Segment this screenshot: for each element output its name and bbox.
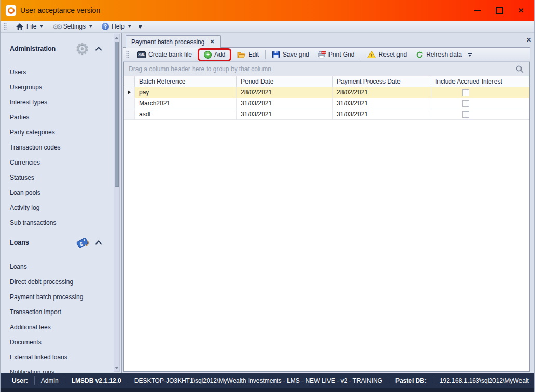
statusbar: User: Admin LMSDB v2.1.12.0 DESKTOP-JO3K…	[1, 373, 534, 388]
sidebar-item-loans[interactable]: Loans	[1, 260, 121, 275]
cell-payment-process-date[interactable]: 28/02/2021	[333, 87, 431, 98]
sidebar-item-payment-batch-processing[interactable]: Payment batch processing	[1, 290, 121, 305]
row-indicator	[124, 98, 135, 109]
statusbar-user-value: Admin	[35, 377, 65, 384]
table-row[interactable]: asdf 31/03/2021 31/03/2021	[124, 109, 529, 120]
grid-header-indicator	[124, 76, 135, 87]
tab-payment-batch-processing[interactable]: Payment batch processing ✕	[126, 35, 221, 48]
cell-batch-reference[interactable]: pay	[135, 87, 237, 98]
row-indicator	[124, 87, 135, 98]
administration-items: Users Usergroups Interest types Parties …	[1, 65, 121, 231]
sidebar-item-currencies[interactable]: Currencies	[1, 155, 121, 170]
chevron-up-icon[interactable]	[95, 240, 102, 245]
menu-file-label: File	[26, 23, 36, 30]
menu-file[interactable]: File	[12, 21, 47, 32]
sidebar-item-interest-types[interactable]: Interest types	[1, 95, 121, 110]
sidebar-section-administration[interactable]: Administration ⚙	[1, 40, 121, 58]
cell-period-date[interactable]: 28/02/2021	[237, 87, 333, 98]
sidebar-item-transaction-codes[interactable]: Transaction codes	[1, 140, 121, 155]
sidebar-scrollbar[interactable]	[114, 34, 120, 372]
edit-label: Edit	[248, 51, 259, 58]
scroll-down-icon[interactable]	[114, 364, 119, 371]
scrollbar-thumb[interactable]	[115, 42, 119, 187]
column-header-payment-process-date[interactable]: Payment Process Date	[333, 76, 431, 87]
save-icon	[272, 50, 280, 59]
svg-text:PDF: PDF	[322, 51, 326, 53]
highlight-annotation: + Add	[198, 48, 231, 61]
sidebar-item-party-categories[interactable]: Party categories	[1, 125, 121, 140]
group-by-panel[interactable]: Drag a column header here to group by th…	[124, 62, 529, 76]
table-row[interactable]: pay 28/02/2021 28/02/2021	[124, 87, 529, 98]
sidebar-item-documents[interactable]: Documents	[1, 335, 121, 350]
statusbar-database: DESKTOP-JO3KHT1\sql2012\MyWealth Investm…	[128, 377, 389, 384]
sidebar-item-notification-runs[interactable]: Notification runs	[1, 365, 121, 373]
chevron-down-icon	[89, 25, 92, 28]
sidebar-item-transaction-import[interactable]: Transaction import	[1, 305, 121, 320]
checkbox-unchecked[interactable]	[462, 89, 469, 96]
cell-batch-reference[interactable]: asdf	[135, 109, 237, 119]
cell-include-accrued-interest	[431, 109, 529, 119]
scroll-up-icon[interactable]	[114, 35, 119, 41]
maximize-button[interactable]	[495, 7, 503, 14]
menu-settings[interactable]: ⚙⚙ Settings	[49, 22, 96, 32]
cell-period-date[interactable]: 31/03/2021	[237, 109, 333, 119]
sidebar-item-loan-pools[interactable]: Loan pools	[1, 185, 121, 200]
tab-bar: Payment batch processing ✕	[123, 35, 530, 47]
add-label: Add	[214, 51, 225, 58]
create-bank-file-label: Create bank file	[148, 51, 192, 58]
table-row[interactable]: March2021 31/03/2021 31/03/2021	[124, 98, 529, 109]
search-icon[interactable]	[515, 65, 524, 74]
toolbar-grip	[4, 22, 7, 31]
column-header-period-date[interactable]: Period Date	[237, 76, 333, 87]
grid-panel: Drag a column header here to group by th…	[123, 62, 530, 372]
sidebar-item-statuses[interactable]: Statuses	[1, 170, 121, 185]
add-button[interactable]: + Add	[200, 50, 229, 60]
menu-help[interactable]: ? Help	[98, 22, 135, 31]
menubar-overflow-icon[interactable]	[138, 25, 143, 29]
cell-batch-reference[interactable]: March2021	[135, 98, 237, 109]
price-tag-icon: $	[76, 236, 90, 249]
checkbox-unchecked[interactable]	[462, 111, 469, 118]
save-grid-label: Save grid	[283, 51, 309, 58]
chevron-down-icon	[40, 25, 43, 28]
reset-grid-button[interactable]: ! Reset grid	[364, 49, 410, 60]
close-button[interactable]: ✕	[517, 7, 525, 14]
sidebar-item-external-linked-loans[interactable]: External linked loans	[1, 350, 121, 365]
row-indicator	[124, 109, 135, 119]
sidebar-section-loans[interactable]: Loans $	[1, 234, 121, 251]
refresh-data-label: Refresh data	[426, 51, 462, 58]
toolbar: XML Create bank file + Add Edit	[123, 47, 530, 62]
edit-button[interactable]: Edit	[234, 49, 263, 60]
cell-payment-process-date[interactable]: 31/03/2021	[333, 109, 431, 119]
print-grid-button[interactable]: PDF Print Grid	[314, 49, 359, 60]
refresh-data-button[interactable]: Refresh data	[411, 49, 465, 60]
sidebar-item-usergroups[interactable]: Usergroups	[1, 80, 121, 95]
sidebar-item-sub-transactions[interactable]: Sub transactions	[1, 215, 121, 231]
save-grid-button[interactable]: Save grid	[268, 49, 313, 60]
create-bank-file-button[interactable]: XML Create bank file	[133, 50, 196, 59]
sidebar-item-activity-log[interactable]: Activity log	[1, 200, 121, 215]
checkbox-unchecked[interactable]	[462, 100, 469, 107]
cell-payment-process-date[interactable]: 31/03/2021	[333, 98, 431, 109]
statusbar-version: LMSDB v2.1.12.0	[65, 377, 128, 384]
column-header-include-accrued-interest[interactable]: Include Accrued Interest	[431, 76, 529, 87]
tab-close-icon[interactable]: ✕	[210, 39, 214, 45]
sidebar-item-direct-debit-processing[interactable]: Direct debit processing	[1, 275, 121, 290]
sidebar-item-users[interactable]: Users	[1, 65, 121, 80]
app-icon	[6, 5, 16, 16]
cell-period-date[interactable]: 31/03/2021	[237, 98, 333, 109]
column-header-batch-reference[interactable]: Batch Reference	[135, 76, 237, 87]
sidebar-item-parties[interactable]: Parties	[1, 110, 121, 125]
toolbar-separator	[361, 50, 361, 59]
sidebar-item-additional-fees[interactable]: Additional fees	[1, 320, 121, 335]
toolbar-overflow-icon[interactable]	[468, 53, 472, 57]
cell-include-accrued-interest	[431, 98, 529, 109]
minimize-button[interactable]	[473, 7, 482, 14]
xml-file-icon: XML	[137, 51, 146, 58]
warning-icon: !	[367, 50, 376, 59]
chevron-up-icon[interactable]	[95, 47, 102, 51]
grid-header-row: Batch Reference Period Date Payment Proc…	[124, 76, 529, 87]
data-grid: Batch Reference Period Date Payment Proc…	[124, 76, 529, 371]
add-plus-icon: +	[204, 51, 212, 59]
tab-label: Payment batch processing	[131, 38, 204, 46]
